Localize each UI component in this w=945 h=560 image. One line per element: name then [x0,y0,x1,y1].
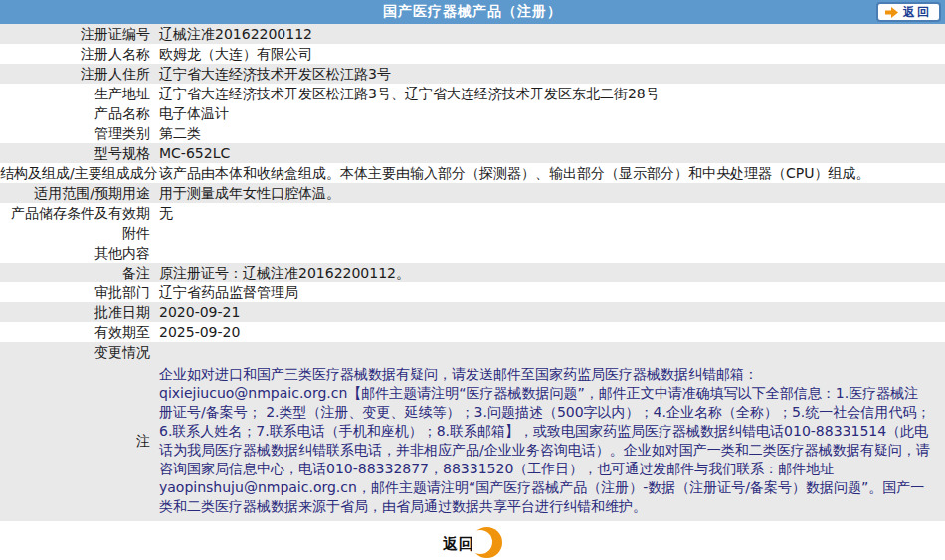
row-label: 批准日期 [0,302,159,322]
arrow-right-icon [885,7,898,18]
note-text: 企业如对进口和国产三类医疗器械数据有疑问，请发送邮件至国家药监局医疗器械数据纠错… [159,362,945,521]
row-value: 第二类 [159,123,945,143]
table-row: 注册证编号 辽械注准20162200112 [0,24,945,44]
table-row: 审批部门 辽宁省药品监督管理局 [0,282,945,302]
page-title: 国产医疗器械产品（注册） [383,3,562,21]
footer: 返回 [0,521,945,560]
row-value: 该产品由本体和收纳盒组成。本体主要由输入部分（探测器）、输出部分（显示部分）和中… [159,163,945,183]
row-value: MC-652LC [159,143,945,163]
return-button-top[interactable]: 返回 [876,2,941,22]
note-row: 注 企业如对进口和国产三类医疗器械数据有疑问，请发送邮件至国家药监局医疗器械数据… [0,362,945,521]
row-value: 辽宁省药品监督管理局 [159,282,945,302]
table-row: 结构及组成/主要组成成分 该产品由本体和收纳盒组成。本体主要由输入部分（探测器）… [0,163,945,183]
row-value: 欧姆龙（大连）有限公司 [159,44,945,64]
row-label: 适用范围/预期用途 [0,183,159,203]
row-value: 电子体温计 [159,103,945,123]
row-value: 原注册证号：辽械注准20162200112。 [159,263,945,282]
row-label: 备注 [0,263,159,282]
row-value: 辽宁省大连经济技术开发区松江路3号 [159,64,945,84]
table-row: 附件 [0,223,945,243]
return-circle-icon [472,527,502,558]
page: 国产医疗器械产品（注册） 返回 注册证编号 辽械注准20162200112 注册… [0,0,945,560]
row-value: 2020-09-21 [159,302,945,322]
return-button-label: 返回 [903,4,931,21]
row-label: 生产地址 [0,84,159,103]
row-label: 管理类别 [0,123,159,143]
table-row: 管理类别 第二类 [0,123,945,143]
row-label: 型号规格 [0,143,159,163]
note-label: 注 [0,362,159,521]
table-row: 产品储存条件及有效期 无 [0,203,945,223]
table-row: 产品名称 电子体温计 [0,103,945,123]
table-row: 型号规格 MC-652LC [0,143,945,163]
row-label: 其他内容 [0,243,159,263]
row-value [159,223,945,243]
row-label: 产品储存条件及有效期 [0,203,159,223]
row-value: 辽宁省大连经济技术开发区松江路3号、辽宁省大连经济技术开发区东北二街28号 [159,84,945,103]
row-label: 注册人住所 [0,64,159,84]
table-row: 注册人名称 欧姆龙（大连）有限公司 [0,44,945,64]
row-label: 审批部门 [0,282,159,302]
row-value [159,342,945,362]
row-value: 用于测量成年女性口腔体温。 [159,183,945,203]
table-row: 注册人住所 辽宁省大连经济技术开发区松江路3号 [0,64,945,84]
row-label: 附件 [0,223,159,243]
row-value: 辽械注准20162200112 [159,24,945,44]
table-row: 其他内容 [0,243,945,263]
row-value [159,243,945,263]
return-button-label: 返回 [443,535,474,554]
table-row: 批准日期 2020-09-21 [0,302,945,322]
row-label: 产品名称 [0,103,159,123]
row-label: 有效期至 [0,322,159,342]
row-label: 变更情况 [0,342,159,362]
row-label: 注册证编号 [0,24,159,44]
table-row: 生产地址 辽宁省大连经济技术开发区松江路3号、辽宁省大连经济技术开发区东北二街2… [0,84,945,103]
detail-table: 注册证编号 辽械注准20162200112 注册人名称 欧姆龙（大连）有限公司 … [0,24,945,521]
table-row: 备注 原注册证号：辽械注准20162200112。 [0,263,945,282]
row-value: 无 [159,203,945,223]
header-bar: 国产医疗器械产品（注册） 返回 [0,0,945,24]
table-row: 有效期至 2025-09-20 [0,322,945,342]
table-row: 变更情况 [0,342,945,362]
row-label: 注册人名称 [0,44,159,64]
row-value: 2025-09-20 [159,322,945,342]
row-label: 结构及组成/主要组成成分 [0,163,159,183]
table-row: 适用范围/预期用途 用于测量成年女性口腔体温。 [0,183,945,203]
return-button-bottom[interactable]: 返回 [443,526,502,560]
